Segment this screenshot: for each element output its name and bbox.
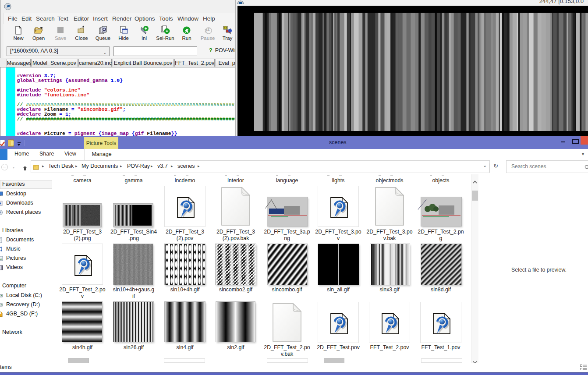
svg-text:z: z: [207, 26, 210, 32]
svg-text:88: 88: [224, 27, 227, 30]
